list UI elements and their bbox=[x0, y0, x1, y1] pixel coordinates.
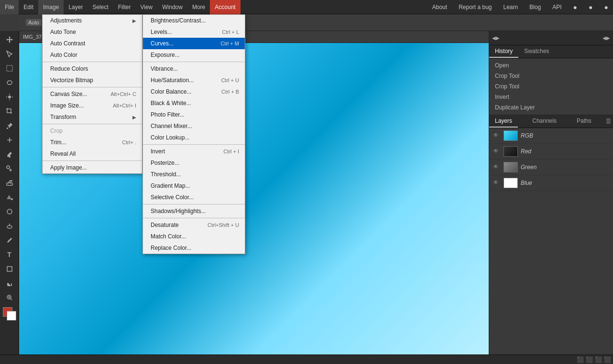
bottom-icon-2[interactable]: ⬛ bbox=[586, 356, 593, 363]
eyedropper-tool[interactable] bbox=[3, 119, 16, 132]
history-item-open[interactable]: Open bbox=[489, 60, 613, 71]
lasso-tool[interactable] bbox=[3, 76, 16, 89]
dd-adj-sep-2 bbox=[143, 144, 245, 145]
layer-row-rgb[interactable]: 👁 RGB bbox=[489, 128, 613, 144]
hand-tool[interactable] bbox=[3, 277, 16, 290]
dd-crop[interactable]: Crop bbox=[43, 125, 142, 137]
menu-file[interactable]: File bbox=[0, 0, 19, 14]
report-bug-link[interactable]: Report a bug bbox=[454, 0, 496, 14]
color-picker[interactable] bbox=[3, 307, 16, 321]
about-link[interactable]: About bbox=[427, 0, 452, 14]
magic-wand-tool[interactable] bbox=[3, 90, 16, 104]
healing-tool[interactable] bbox=[3, 133, 16, 147]
menu-edit[interactable]: Edit bbox=[19, 0, 38, 14]
history-item-crop1[interactable]: Crop Tool bbox=[489, 71, 613, 81]
collapse-right-icon[interactable]: ◀▶ bbox=[602, 35, 610, 41]
dd-auto-color[interactable]: Auto Color bbox=[43, 49, 142, 61]
dd-shadows-highlights[interactable]: Shadows/Highlights... bbox=[143, 205, 245, 217]
paint-bucket-tool[interactable] bbox=[3, 191, 16, 204]
layer-visibility-blue[interactable]: 👁 bbox=[493, 179, 501, 187]
rectangular-marquee-tool[interactable] bbox=[3, 62, 16, 75]
text-tool[interactable]: T bbox=[3, 248, 16, 261]
layer-visibility-green[interactable]: 👁 bbox=[493, 163, 501, 171]
dd-trim[interactable]: Trim... Ctrl+ . bbox=[43, 137, 142, 148]
dd-invert[interactable]: Invert Ctrl + I bbox=[143, 146, 245, 157]
bottom-icon-3[interactable]: ⬛ bbox=[595, 356, 602, 363]
dd-reduce-colors[interactable]: Reduce Colors bbox=[43, 63, 142, 75]
clone-stamp-tool[interactable] bbox=[3, 162, 16, 175]
dd-curves[interactable]: Curves... Ctrl + M bbox=[143, 38, 245, 49]
dd-levels[interactable]: Levels... Ctrl + L bbox=[143, 26, 245, 38]
bottom-icon-1[interactable]: ⬛ bbox=[577, 356, 584, 363]
dd-image-size[interactable]: Image Size... Alt+Ctrl+ I bbox=[43, 100, 142, 111]
eraser-tool[interactable] bbox=[3, 176, 16, 190]
menu-window[interactable]: Window bbox=[157, 0, 187, 14]
dd-selective-color[interactable]: Selective Color... bbox=[143, 192, 245, 203]
tab-channels[interactable]: Channels bbox=[526, 115, 562, 128]
auto-tag[interactable]: Auto bbox=[26, 19, 42, 26]
dd-desaturate[interactable]: Desaturate Ctrl+Shift + U bbox=[143, 219, 245, 231]
dd-exposure[interactable]: Exposure... bbox=[143, 49, 245, 61]
bottom-icon-4[interactable]: ⬛ bbox=[604, 356, 611, 363]
shape-tool[interactable] bbox=[3, 262, 16, 276]
dd-gradient-map[interactable]: Gradient Map... bbox=[143, 180, 245, 192]
dd-replace-color[interactable]: Replace Color... bbox=[143, 242, 245, 254]
zoom-tool[interactable] bbox=[3, 291, 16, 304]
dd-canvas-size[interactable]: Canvas Size... Alt+Ctrl+ C bbox=[43, 88, 142, 100]
twitter-icon[interactable]: ● bbox=[584, 0, 597, 14]
dd-transform[interactable]: Transform ▶ bbox=[43, 111, 142, 123]
history-item-crop2[interactable]: Crop Tool bbox=[489, 81, 613, 92]
menu-layer[interactable]: Layer bbox=[64, 0, 88, 14]
dd-black-white[interactable]: Black & White... bbox=[143, 97, 245, 109]
crop-tool[interactable] bbox=[3, 105, 16, 118]
dd-channel-mixer[interactable]: Channel Mixer... bbox=[143, 120, 245, 132]
layer-visibility-rgb[interactable]: 👁 bbox=[493, 132, 501, 139]
dd-brightness-contrast[interactable]: Brightness/Contrast... bbox=[143, 15, 245, 26]
history-item-duplicate[interactable]: Duplicate Layer bbox=[489, 102, 613, 113]
facebook-icon[interactable]: ● bbox=[600, 0, 613, 14]
layers-menu-button[interactable]: ☰ bbox=[606, 118, 611, 125]
layer-row-green[interactable]: 👁 Green bbox=[489, 160, 613, 175]
pen-tool[interactable] bbox=[3, 234, 16, 247]
dd-threshold[interactable]: Threshold... bbox=[143, 169, 245, 180]
dd-match-color[interactable]: Match Color... bbox=[143, 231, 245, 242]
history-item-invert[interactable]: Invert bbox=[489, 92, 613, 102]
svg-rect-13 bbox=[7, 267, 12, 271]
reddit-icon[interactable]: ● bbox=[569, 0, 582, 14]
dd-reveal-all[interactable]: Reveal All bbox=[43, 148, 142, 160]
dd-auto-tone[interactable]: Auto Tone bbox=[43, 26, 142, 38]
layer-row-blue[interactable]: 👁 Blue bbox=[489, 175, 613, 191]
layer-visibility-red[interactable]: 👁 bbox=[493, 148, 501, 155]
dd-posterize[interactable]: Posterize... bbox=[143, 157, 245, 169]
select-tool[interactable] bbox=[3, 47, 16, 61]
menu-select[interactable]: Select bbox=[88, 0, 113, 14]
move-tool[interactable] bbox=[3, 33, 16, 46]
dd-hue-saturation[interactable]: Hue/Saturation... Ctrl + U bbox=[143, 75, 245, 86]
menu-more[interactable]: More bbox=[187, 0, 210, 14]
dd-adjustments[interactable]: Adjustments ▶ bbox=[43, 15, 142, 26]
learn-link[interactable]: Learn bbox=[499, 0, 523, 14]
brush-tool[interactable] bbox=[3, 148, 16, 161]
background-color[interactable] bbox=[7, 311, 16, 321]
tab-swatches[interactable]: Swatches bbox=[518, 45, 555, 58]
dd-auto-contrast[interactable]: Auto Contrast bbox=[43, 38, 142, 49]
tab-layers[interactable]: Layers bbox=[489, 115, 518, 128]
tab-paths[interactable]: Paths bbox=[571, 115, 597, 128]
dd-apply-image[interactable]: Apply Image... bbox=[43, 162, 142, 173]
tab-history[interactable]: History bbox=[489, 45, 518, 58]
dd-color-balance[interactable]: Color Balance... Ctrl + B bbox=[143, 86, 245, 97]
blur-tool[interactable] bbox=[3, 205, 16, 218]
menu-view[interactable]: View bbox=[135, 0, 157, 14]
layer-row-red[interactable]: 👁 Red bbox=[489, 144, 613, 160]
dodge-tool[interactable] bbox=[3, 219, 16, 233]
dd-color-lookup[interactable]: Color Lookup... bbox=[143, 132, 245, 143]
dd-vibrance[interactable]: Vibrance... bbox=[143, 63, 245, 75]
api-link[interactable]: API bbox=[547, 0, 566, 14]
blog-link[interactable]: Blog bbox=[525, 0, 546, 14]
collapse-left-icon[interactable]: ◀▶ bbox=[492, 35, 500, 41]
menu-account[interactable]: Account bbox=[210, 0, 240, 14]
menu-image[interactable]: Image bbox=[38, 0, 64, 14]
dd-photo-filter[interactable]: Photo Filter... bbox=[143, 109, 245, 120]
dd-vectorize-bitmap[interactable]: Vectorize Bitmap bbox=[43, 75, 142, 86]
menu-filter[interactable]: Filter bbox=[113, 0, 136, 14]
